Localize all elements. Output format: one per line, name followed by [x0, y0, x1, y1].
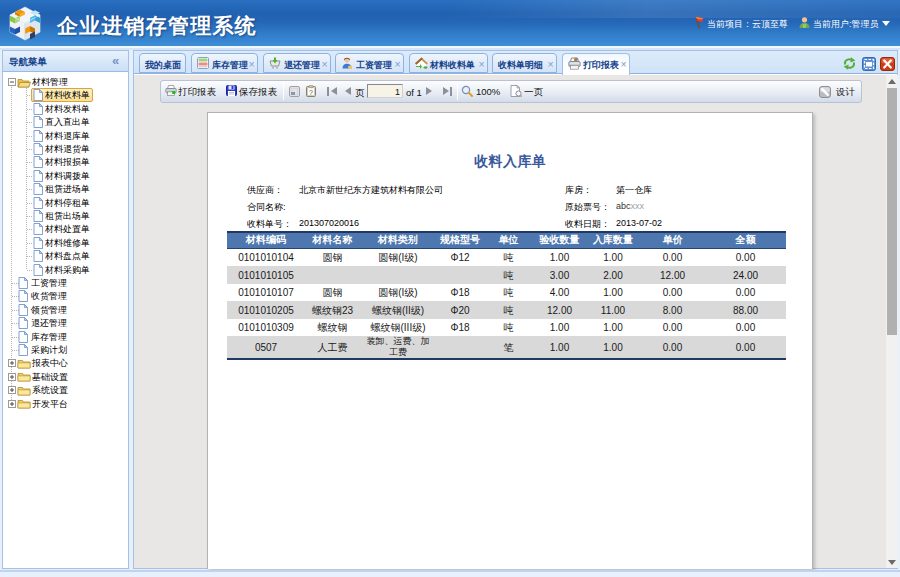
- svg-text:?: ?: [309, 88, 313, 95]
